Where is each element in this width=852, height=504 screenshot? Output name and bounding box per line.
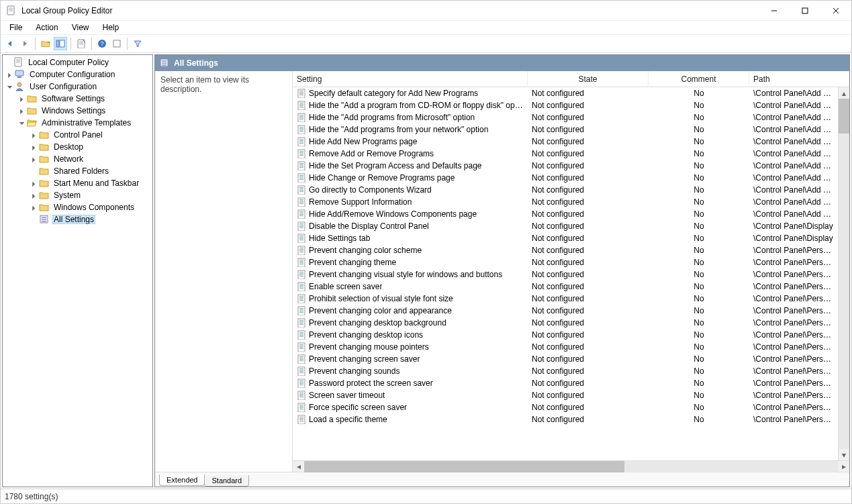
list-item[interactable]: Load a specific themeNot configuredNo\Co… [293, 413, 849, 425]
list-item[interactable]: Disable the Display Control PanelNot con… [293, 220, 849, 232]
expand-icon[interactable] [30, 192, 39, 199]
policy-icon [297, 294, 306, 303]
setting-state: Not configured [528, 149, 649, 158]
show-hide-tree-button[interactable] [54, 37, 67, 50]
tree-pane[interactable]: Local Computer Policy Computer Configura… [2, 54, 153, 487]
list-item[interactable]: Specify default category for Add New Pro… [293, 87, 849, 99]
menu-view[interactable]: View [66, 21, 95, 34]
list-item[interactable]: Screen saver timeoutNot configuredNo\Con… [293, 389, 849, 401]
tree-user-configuration[interactable]: User Configuration [3, 81, 152, 93]
list-item[interactable]: Prevent changing desktop iconsNot config… [293, 329, 849, 341]
toolbar-separator [91, 38, 92, 50]
tab-extended[interactable]: Extended [159, 474, 205, 486]
collapse-icon[interactable] [17, 119, 27, 127]
list-item[interactable]: Remove Add or Remove ProgramsNot configu… [293, 148, 849, 160]
list-item[interactable]: Prevent changing desktop backgroundNot c… [293, 317, 849, 329]
tree-administrative-templates[interactable]: Administrative Templates [3, 117, 152, 129]
filter-button[interactable] [131, 37, 144, 50]
scroll-thumb[interactable] [304, 461, 624, 472]
scroll-thumb[interactable] [839, 99, 849, 134]
list-item[interactable]: Hide Add New Programs pageNot configured… [293, 136, 849, 148]
tree-system[interactable]: System [3, 189, 152, 201]
setting-name: Password protect the screen saver [309, 379, 433, 388]
horizontal-scrollbar[interactable]: ◂ ▸ [293, 460, 849, 472]
list-item[interactable]: Enable screen saverNot configuredNo\Cont… [293, 281, 849, 293]
expand-icon[interactable] [17, 95, 27, 103]
setting-comment: No [649, 366, 749, 376]
list-item[interactable]: Prevent changing screen saverNot configu… [293, 353, 849, 365]
menu-file[interactable]: File [3, 21, 28, 34]
list-item[interactable]: Hide the "Add a program from CD-ROM or f… [293, 99, 849, 111]
minimize-button[interactable] [759, 1, 790, 21]
expand-icon[interactable] [30, 180, 39, 187]
list-item[interactable]: Prevent changing soundsNot configuredNo\… [293, 365, 849, 377]
list-item[interactable]: Hide the "Add programs from Microsoft" o… [293, 111, 849, 123]
folder-icon [27, 105, 38, 116]
vertical-scrollbar[interactable]: ▴ ▾ [838, 87, 849, 460]
forward-button[interactable] [18, 37, 32, 50]
list-item[interactable]: Remove Support InformationNot configured… [293, 196, 849, 208]
expand-icon[interactable] [30, 204, 39, 211]
list-item[interactable]: Hide Change or Remove Programs pageNot c… [293, 172, 849, 184]
menu-help[interactable]: Help [97, 21, 126, 34]
list-item[interactable]: Force specific screen saverNot configure… [293, 401, 849, 413]
list-item[interactable]: Hide Add/Remove Windows Components pageN… [293, 208, 849, 220]
setting-path: \Control Panel\Personaliza [749, 282, 838, 291]
list-item[interactable]: Prevent changing themeNot configuredNo\C… [293, 256, 849, 268]
tree-desktop[interactable]: Desktop [3, 141, 152, 153]
expand-icon[interactable] [17, 107, 27, 115]
tree-computer-configuration[interactable]: Computer Configuration [3, 68, 152, 81]
titlebar[interactable]: Local Group Policy Editor [1, 1, 851, 21]
tree-network[interactable]: Network [3, 153, 152, 165]
scroll-up-icon[interactable]: ▴ [839, 87, 849, 99]
expand-icon[interactable] [30, 132, 39, 139]
setting-path: \Control Panel\Display [749, 221, 838, 231]
up-button[interactable] [39, 37, 52, 50]
list-item[interactable]: Hide Settings tabNot configuredNo\Contro… [293, 232, 849, 244]
tree-start-menu[interactable]: Start Menu and Taskbar [3, 177, 152, 189]
tree-all-settings[interactable]: All Settings [3, 213, 152, 225]
list-item[interactable]: Prohibit selection of visual style font … [293, 293, 849, 305]
expand-icon[interactable] [30, 144, 39, 151]
maximize-button[interactable] [790, 1, 820, 21]
menu-action[interactable]: Action [30, 21, 64, 34]
tree-root[interactable]: Local Computer Policy [3, 56, 152, 68]
scroll-down-icon[interactable]: ▾ [839, 449, 849, 460]
expand-icon[interactable] [30, 156, 39, 163]
list-item[interactable]: Hide the Set Program Access and Defaults… [293, 160, 849, 172]
tab-standard[interactable]: Standard [204, 475, 249, 487]
scroll-track[interactable] [304, 461, 838, 472]
column-comment[interactable]: Comment [649, 71, 749, 87]
tree-windows-settings[interactable]: Windows Settings [3, 105, 152, 117]
list-item[interactable]: Prevent changing color and appearanceNot… [293, 305, 849, 317]
list-item[interactable]: Prevent changing visual style for window… [293, 268, 849, 281]
tree-software-settings[interactable]: Software Settings [3, 93, 152, 105]
column-path[interactable]: Path [749, 71, 849, 87]
list-body[interactable]: Specify default category for Add New Pro… [293, 87, 849, 460]
back-button[interactable] [3, 37, 17, 50]
tree-shared-folders[interactable]: Shared Folders [3, 165, 152, 177]
setting-path: \Control Panel\Add or Rem [749, 185, 838, 195]
scroll-right-icon[interactable]: ▸ [838, 461, 849, 472]
close-button[interactable] [820, 1, 851, 21]
setting-name: Hide Settings tab [309, 234, 370, 243]
column-state[interactable]: State [528, 71, 649, 87]
list-item[interactable]: Go directly to Components WizardNot conf… [293, 184, 849, 196]
list-item[interactable]: Prevent changing color schemeNot configu… [293, 244, 849, 256]
setting-comment: No [649, 403, 749, 412]
properties-button[interactable] [110, 37, 124, 50]
tree-label: Local Computer Policy [27, 58, 110, 67]
tree-windows-components[interactable]: Windows Components [3, 201, 152, 213]
list-item[interactable]: Password protect the screen saverNot con… [293, 377, 849, 389]
scroll-left-icon[interactable]: ◂ [293, 461, 304, 472]
help-button[interactable]: ? [95, 37, 109, 50]
expand-icon[interactable] [5, 71, 15, 79]
tree-control-panel[interactable]: Control Panel [3, 129, 152, 141]
column-setting[interactable]: Setting [293, 71, 528, 87]
collapse-icon[interactable] [5, 83, 15, 91]
scroll-track[interactable] [839, 99, 849, 449]
export-button[interactable] [75, 37, 88, 50]
list-item[interactable]: Prevent changing mouse pointersNot confi… [293, 341, 849, 353]
setting-comment: No [649, 149, 749, 158]
list-item[interactable]: Hide the "Add programs from your network… [293, 123, 849, 136]
